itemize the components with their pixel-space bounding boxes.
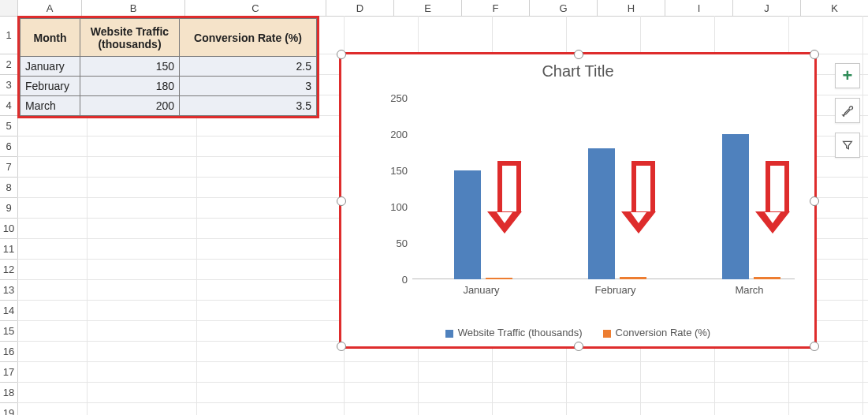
- cell-month[interactable]: March: [20, 96, 80, 116]
- cell[interactable]: [863, 54, 868, 75]
- row-header-19[interactable]: 19: [0, 403, 18, 415]
- table-row[interactable]: January 150 2.5: [20, 57, 317, 77]
- resize-handle[interactable]: [574, 50, 583, 59]
- cell[interactable]: [88, 403, 197, 415]
- cell[interactable]: [88, 321, 197, 342]
- row-header-9[interactable]: 9: [0, 198, 18, 219]
- row-header-11[interactable]: 11: [0, 239, 18, 260]
- cell[interactable]: [88, 116, 197, 136]
- resize-handle[interactable]: [810, 50, 819, 59]
- cell[interactable]: [641, 16, 715, 54]
- cell[interactable]: [88, 239, 197, 260]
- cell[interactable]: [197, 321, 345, 342]
- cell[interactable]: [88, 280, 197, 301]
- row-header-1[interactable]: 1: [0, 16, 18, 54]
- cell[interactable]: [863, 136, 868, 157]
- cell[interactable]: [419, 16, 493, 54]
- cell[interactable]: [197, 301, 345, 321]
- cell[interactable]: [345, 362, 419, 383]
- cell[interactable]: [863, 75, 868, 95]
- resize-handle[interactable]: [810, 342, 819, 351]
- cell-traffic[interactable]: 180: [80, 77, 180, 96]
- cell[interactable]: [88, 342, 197, 362]
- bar-series1[interactable]: [588, 148, 615, 279]
- cell[interactable]: [493, 403, 567, 415]
- chart-elements-button[interactable]: +: [835, 63, 860, 88]
- cell[interactable]: [567, 16, 641, 54]
- col-header-E[interactable]: E: [394, 0, 462, 17]
- cell[interactable]: [863, 362, 868, 383]
- cell[interactable]: [197, 403, 345, 415]
- cell[interactable]: [88, 219, 197, 239]
- cell[interactable]: [88, 301, 197, 321]
- col-header-K[interactable]: K: [801, 0, 868, 17]
- cell[interactable]: [88, 362, 197, 383]
- cell[interactable]: [88, 178, 197, 198]
- cell[interactable]: [863, 342, 868, 362]
- cell[interactable]: [197, 280, 345, 301]
- cell[interactable]: [17, 321, 88, 342]
- col-header-F[interactable]: F: [462, 0, 530, 17]
- cell[interactable]: [197, 342, 345, 362]
- cell[interactable]: [197, 136, 345, 157]
- chart-styles-button[interactable]: [835, 98, 860, 123]
- cell[interactable]: [863, 321, 868, 342]
- data-table[interactable]: Month Website Traffic (thousands) Conver…: [20, 18, 317, 116]
- col-header-B[interactable]: B: [82, 0, 185, 17]
- row-header-6[interactable]: 6: [0, 136, 18, 157]
- cell[interactable]: [17, 403, 88, 415]
- cell[interactable]: [88, 198, 197, 219]
- cell[interactable]: [641, 362, 715, 383]
- cell[interactable]: [789, 403, 863, 415]
- cell[interactable]: [493, 362, 567, 383]
- cell[interactable]: [863, 178, 868, 198]
- row-header-15[interactable]: 15: [0, 321, 18, 342]
- cell[interactable]: [17, 301, 88, 321]
- cell[interactable]: [863, 95, 868, 116]
- cell[interactable]: [17, 157, 88, 178]
- cell[interactable]: [419, 383, 493, 403]
- row-header-18[interactable]: 18: [0, 383, 18, 403]
- cell[interactable]: [863, 260, 868, 280]
- chart-legend[interactable]: Website Traffic (thousands) Conversion R…: [341, 327, 814, 338]
- legend-item[interactable]: Conversion Rate (%): [603, 327, 711, 338]
- cell[interactable]: [419, 362, 493, 383]
- cell[interactable]: [17, 198, 88, 219]
- cell[interactable]: [715, 362, 789, 383]
- cell[interactable]: [567, 383, 641, 403]
- resize-handle[interactable]: [337, 196, 346, 206]
- cell[interactable]: [863, 198, 868, 219]
- cell[interactable]: [567, 362, 641, 383]
- cell[interactable]: [863, 280, 868, 301]
- cell[interactable]: [197, 116, 345, 136]
- cell[interactable]: [863, 219, 868, 239]
- cell[interactable]: [17, 260, 88, 280]
- cell[interactable]: [17, 136, 88, 157]
- col-header-G[interactable]: G: [530, 0, 598, 17]
- row-header-8[interactable]: 8: [0, 178, 18, 198]
- cell[interactable]: [863, 239, 868, 260]
- cell[interactable]: [345, 403, 419, 415]
- col-header-I[interactable]: I: [665, 0, 733, 17]
- cell[interactable]: [863, 301, 868, 321]
- row-header-5[interactable]: 5: [0, 116, 18, 136]
- cell-month[interactable]: January: [20, 57, 80, 77]
- cell[interactable]: [197, 239, 345, 260]
- cell[interactable]: [863, 116, 868, 136]
- legend-item[interactable]: Website Traffic (thousands): [445, 327, 583, 338]
- cell[interactable]: [197, 198, 345, 219]
- cell[interactable]: [17, 362, 88, 383]
- cell-traffic[interactable]: 200: [80, 96, 180, 116]
- cell[interactable]: [345, 16, 419, 54]
- bar-series2[interactable]: [754, 277, 780, 279]
- embedded-chart[interactable]: Chart Title 0 50 100 150 200 250 January…: [339, 52, 817, 349]
- cell[interactable]: [197, 383, 345, 403]
- table-row[interactable]: March 200 3.5: [20, 96, 317, 116]
- row-header-16[interactable]: 16: [0, 342, 18, 362]
- col-header-A[interactable]: A: [18, 0, 82, 17]
- cell[interactable]: [345, 383, 419, 403]
- bar-series2[interactable]: [486, 278, 512, 279]
- col-header-H[interactable]: H: [598, 0, 665, 17]
- select-all-corner[interactable]: [0, 0, 18, 17]
- row-header-12[interactable]: 12: [0, 260, 18, 280]
